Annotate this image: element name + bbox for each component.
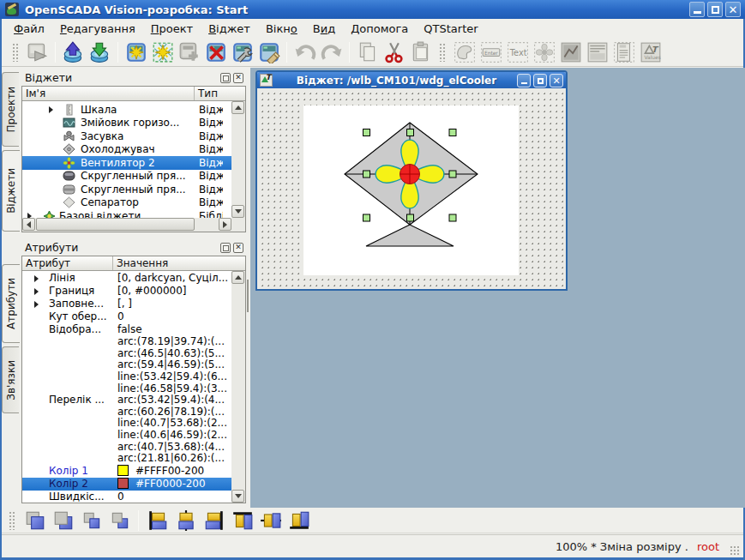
hscroll-thumb[interactable] bbox=[36, 218, 195, 231]
attribute-name: Відобра... bbox=[49, 323, 114, 335]
attribute-row[interactable]: Границя[0, #000000] bbox=[22, 285, 231, 298]
expand-icon[interactable] bbox=[49, 106, 53, 113]
menu-item-widget[interactable]: Віджет bbox=[201, 20, 258, 38]
align-vcenter-icon[interactable] bbox=[259, 509, 282, 532]
menu-item-qtstarter[interactable]: QTStarter bbox=[416, 20, 485, 38]
attribute-name: Колір 1 bbox=[49, 465, 114, 477]
attribute-row[interactable]: Лінія[0, darkcyan, Суціл... bbox=[22, 272, 231, 285]
expand-icon[interactable] bbox=[34, 301, 39, 308]
tab-links[interactable]: Зв'язки bbox=[2, 346, 19, 413]
attribute-row[interactable]: Колір 2#FF0000-200 bbox=[22, 478, 231, 491]
toolbar-handle[interactable] bbox=[9, 511, 15, 530]
align-bottom-icon[interactable] bbox=[287, 509, 310, 532]
edit-widget-icon[interactable] bbox=[257, 41, 280, 64]
cut-icon[interactable] bbox=[382, 41, 406, 64]
align-hcenter-icon[interactable] bbox=[174, 509, 197, 532]
lower-one-level-icon[interactable] bbox=[108, 509, 131, 532]
panel-splitter[interactable] bbox=[21, 232, 246, 239]
text-widget-icon: Text bbox=[506, 41, 529, 64]
tree-row[interactable]: ОхолоджувачВіджет bbox=[22, 143, 231, 157]
cooler-icon bbox=[63, 143, 75, 155]
scroll-right-button[interactable] bbox=[219, 218, 231, 231]
rise-one-level-icon[interactable] bbox=[80, 509, 103, 532]
child-minimize-button[interactable] bbox=[517, 74, 531, 87]
fan-icon bbox=[63, 157, 75, 169]
child-titlebar[interactable]: Віджет: /wlb_CM101/wdg_elCooler ✕ bbox=[257, 72, 566, 88]
rise-widget-icon[interactable] bbox=[23, 509, 46, 532]
tree-row[interactable]: ШкалаВіджет bbox=[22, 103, 231, 117]
toolbar-handle[interactable] bbox=[12, 43, 19, 62]
attribute-row[interactable]: Відобра...false bbox=[22, 323, 231, 336]
scroll-up-button[interactable] bbox=[231, 271, 244, 284]
lower-widget-icon[interactable] bbox=[51, 509, 75, 532]
tree-row[interactable]: Вентилятор 2Віджет bbox=[22, 156, 231, 170]
column-header-attribute[interactable]: Атрибут bbox=[22, 256, 113, 270]
float-panel-button[interactable] bbox=[220, 243, 231, 253]
menu-item-file[interactable]: Файл bbox=[6, 20, 52, 38]
column-header-name[interactable]: Ім'я bbox=[22, 87, 195, 100]
maximize-button[interactable] bbox=[707, 2, 723, 17]
float-panel-button[interactable] bbox=[220, 73, 231, 83]
svg-text:Values: Values bbox=[644, 54, 660, 60]
save-to-db-icon[interactable] bbox=[88, 41, 111, 64]
scroll-down-button[interactable] bbox=[231, 490, 244, 503]
attribute-row[interactable]: Кут обер...0 bbox=[22, 310, 231, 323]
widget-type: Віджет bbox=[199, 143, 223, 155]
scroll-left-button[interactable] bbox=[22, 218, 35, 231]
tree-row[interactable]: Скругленный пря...Віджет bbox=[22, 183, 231, 196]
tab-widgets[interactable]: Віджети bbox=[2, 150, 20, 232]
delete-widget-icon[interactable] bbox=[204, 41, 227, 64]
close-button[interactable]: ✕ bbox=[725, 2, 741, 17]
tree-row[interactable]: ЗасувкаВіджет bbox=[22, 129, 231, 143]
align-right-icon[interactable] bbox=[202, 509, 225, 532]
tree-row[interactable]: Базові віджетиБібліот bbox=[22, 209, 231, 218]
window-titlebar[interactable]: OpenSCADA Vision-розробка: Start ✕ bbox=[0, 0, 745, 19]
widget-edit-area[interactable] bbox=[257, 88, 566, 289]
attribute-row[interactable]: Швидкіс...0 bbox=[22, 491, 231, 502]
widget-canvas[interactable] bbox=[303, 105, 519, 275]
attribute-row[interactable]: Колір 1#FFFF00-200 bbox=[22, 465, 231, 478]
attr-vscrollbar[interactable] bbox=[231, 271, 245, 503]
attribute-row[interactable]: Заповне...[, ] bbox=[22, 298, 231, 310]
attribute-value: 0 bbox=[117, 491, 231, 502]
widget-type: Віджет bbox=[199, 130, 223, 142]
tree-row[interactable]: Змійовик горизо...Віджет bbox=[22, 117, 231, 130]
tab-attributes[interactable]: Атрибути bbox=[2, 264, 20, 343]
tree-vscrollbar[interactable] bbox=[231, 101, 245, 218]
widget-type: Бібліот bbox=[199, 210, 223, 218]
minimize-button[interactable] bbox=[689, 2, 705, 17]
expand-icon[interactable] bbox=[34, 275, 39, 282]
tree-hscrollbar[interactable] bbox=[22, 218, 231, 232]
column-header-value[interactable]: Значення bbox=[113, 256, 245, 270]
expand-icon[interactable] bbox=[34, 288, 39, 295]
tree-row[interactable]: СепараторВіджет bbox=[22, 196, 231, 210]
menu-item-window[interactable]: Вікно bbox=[258, 20, 305, 38]
scroll-up-button[interactable] bbox=[231, 101, 244, 114]
user-label[interactable]: root bbox=[697, 540, 719, 553]
load-from-db-icon[interactable] bbox=[62, 41, 85, 64]
new-widget-icon[interactable] bbox=[124, 41, 147, 64]
attribute-row[interactable]: Перелік ...arc:(78.19|39.74):(...arc:(46… bbox=[22, 336, 231, 465]
menu-item-view[interactable]: Вид bbox=[305, 20, 343, 38]
menu-item-edit[interactable]: Редагування bbox=[52, 20, 143, 38]
close-panel-button[interactable] bbox=[233, 243, 243, 253]
child-close-button[interactable]: ✕ bbox=[550, 74, 563, 87]
child-window[interactable]: Віджет: /wlb_CM101/wdg_elCooler ✕ bbox=[255, 70, 568, 291]
widgets-panel-title: Віджети bbox=[21, 71, 220, 84]
shape-widget-icon bbox=[453, 41, 476, 64]
column-header-type[interactable]: Тип bbox=[195, 87, 245, 100]
align-top-icon[interactable] bbox=[231, 509, 254, 532]
close-panel-button[interactable] bbox=[233, 73, 243, 83]
align-left-icon[interactable] bbox=[146, 509, 169, 532]
resize-grip[interactable] bbox=[730, 545, 741, 557]
color-swatch bbox=[117, 465, 129, 476]
tree-row[interactable]: Скругленный пря...Віджет bbox=[22, 170, 231, 184]
tab-projects[interactable]: Проекти bbox=[2, 72, 19, 147]
properties-icon[interactable] bbox=[231, 41, 254, 64]
run-projects-icon bbox=[26, 41, 49, 64]
scroll-down-button[interactable] bbox=[231, 205, 244, 218]
child-maximize-button[interactable] bbox=[533, 74, 547, 87]
widget-library-icon[interactable] bbox=[151, 41, 174, 64]
menu-item-help[interactable]: Допомога bbox=[343, 20, 416, 38]
menu-item-project[interactable]: Проект bbox=[143, 20, 201, 38]
